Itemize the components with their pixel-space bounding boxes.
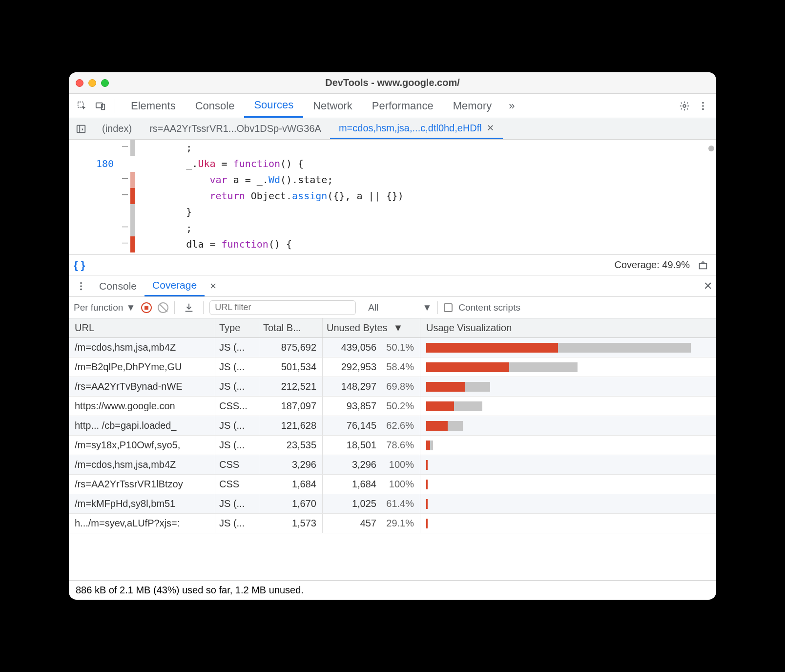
cell-type: JS (... [215, 416, 259, 435]
drawer-tab-coverage[interactable]: Coverage [145, 275, 205, 296]
file-tab[interactable]: (index) [93, 118, 141, 139]
table-row[interactable]: /rs=AA2YrTssrVR1lBtzoyCSS1,6841,684100% [69, 475, 716, 494]
coverage-summary: 886 kB of 2.1 MB (43%) used so far, 1.2 … [69, 580, 716, 600]
content-scripts-label: Content scripts [458, 302, 520, 313]
main-tab-sources[interactable]: Sources [244, 94, 303, 118]
device-toolbar-icon[interactable] [92, 98, 109, 114]
window-zoom-button[interactable] [101, 79, 109, 87]
close-icon[interactable]: ✕ [487, 123, 494, 133]
table-row[interactable]: h.../m=syev,aLUfP?xjs=:JS (...1,57345729… [69, 514, 716, 533]
coverage-granularity-dropdown[interactable]: Per function ▼ [74, 302, 135, 313]
cell-viz [420, 397, 716, 416]
type-filter-dropdown[interactable]: All ▼ [368, 302, 432, 313]
usage-bar [426, 480, 428, 489]
table-row[interactable]: /m=kMFpHd,sy8l,bm51JS (...1,6701,02561.4… [69, 494, 716, 514]
devtools-window: DevTools - www.google.com/ ElementsConso… [69, 72, 716, 600]
cell-type: JS (... [215, 514, 259, 533]
cell-url: /rs=AA2YrTssrVR1lBtzoy [69, 475, 215, 494]
table-row[interactable]: http... /cb=gapi.loaded_JS (...121,62876… [69, 416, 716, 436]
clear-icon[interactable] [158, 302, 168, 313]
content-scripts-checkbox[interactable] [444, 303, 453, 312]
sort-desc-icon: ▼ [393, 322, 403, 334]
cell-url: /m=sy18x,P10Owf,syo5, [69, 436, 215, 455]
cell-url: https://www.google.con [69, 397, 215, 416]
cell-viz [420, 338, 716, 357]
cell-unused: 45729.1% [323, 514, 420, 533]
cell-unused: 3,296100% [323, 455, 420, 474]
main-tab-performance[interactable]: Performance [362, 94, 443, 118]
usage-bar [426, 460, 428, 470]
cell-type: CSS [215, 455, 259, 474]
table-row[interactable]: /m=sy18x,P10Owf,syo5,JS (...23,53518,501… [69, 436, 716, 455]
source-editor[interactable]: 180 ; _.Uka = function() { var a = _.Wd(… [69, 140, 716, 255]
settings-icon[interactable] [676, 98, 693, 114]
svg-point-12 [80, 288, 82, 290]
show-coverage-icon[interactable] [695, 257, 711, 273]
pretty-print-icon[interactable]: { } [74, 259, 85, 272]
navigator-toggle-icon[interactable] [73, 121, 89, 137]
table-row[interactable]: /m=cdos,hsm,jsa,mb4ZCSS3,2963,296100% [69, 455, 716, 475]
drawer-tab-close-icon[interactable]: ✕ [209, 281, 217, 292]
coverage-summary-text: 886 kB of 2.1 MB (43%) used so far, 1.2 … [76, 585, 304, 596]
cell-unused: 93,85750.2% [323, 397, 420, 416]
cell-viz [420, 436, 716, 455]
table-row[interactable]: /m=B2qlPe,DhPYme,GUJS (...501,534292,953… [69, 357, 716, 377]
svg-point-5 [702, 105, 704, 107]
cell-type: JS (... [215, 357, 259, 377]
drawer-close-icon[interactable]: ✕ [703, 280, 712, 293]
cell-total: 212,521 [259, 377, 323, 396]
cell-unused: 1,684100% [323, 475, 420, 494]
col-unused[interactable]: Unused Bytes ▼ [323, 318, 420, 337]
cell-total: 1,684 [259, 475, 323, 494]
cell-type: CSS [215, 475, 259, 494]
table-row[interactable]: /rs=AA2YrTvBynad-nWEJS (...212,521148,29… [69, 377, 716, 397]
cell-url: h.../m=syev,aLUfP?xjs=: [69, 514, 215, 533]
cell-unused: 76,14562.6% [323, 416, 420, 435]
scrollbar-thumb[interactable] [708, 146, 714, 151]
svg-point-11 [80, 285, 82, 287]
main-tab-memory[interactable]: Memory [443, 94, 501, 118]
main-tab-network[interactable]: Network [303, 94, 362, 118]
url-filter-input[interactable] [209, 300, 356, 315]
svg-rect-9 [700, 263, 707, 269]
svg-point-3 [683, 105, 686, 107]
chevron-down-icon: ▼ [126, 302, 135, 313]
file-tabs: (index)rs=AA2YrTssrVR1...Obv1DSp-vWG36Am… [69, 118, 716, 140]
col-url[interactable]: URL [69, 318, 215, 337]
more-tabs-icon[interactable]: » [503, 98, 520, 114]
coverage-table: URL Type Total B... Unused Bytes ▼ Usage… [69, 318, 716, 580]
cell-total: 187,097 [259, 397, 323, 416]
cell-unused: 439,05650.1% [323, 338, 420, 357]
file-tab[interactable]: m=cdos,hsm,jsa,...c,dtl0hd,eHDfl✕ [330, 118, 503, 139]
cell-url: http... /cb=gapi.loaded_ [69, 416, 215, 435]
cell-unused: 292,95358.4% [323, 357, 420, 377]
cell-url: /rs=AA2YrTvBynad-nWE [69, 377, 215, 396]
cell-viz [420, 357, 716, 377]
col-viz[interactable]: Usage Visualization [420, 318, 716, 337]
table-row[interactable]: /m=cdos,hsm,jsa,mb4ZJS (...875,692439,05… [69, 338, 716, 357]
usage-bar [426, 343, 691, 353]
file-tab[interactable]: rs=AA2YrTssrVR1...Obv1DSp-vWG36A [141, 118, 330, 139]
stop-recording-icon[interactable] [141, 302, 152, 313]
export-icon[interactable] [181, 299, 197, 316]
kebab-menu-icon[interactable] [695, 98, 711, 114]
table-row[interactable]: https://www.google.conCSS...187,09793,85… [69, 397, 716, 416]
cell-unused: 148,29769.8% [323, 377, 420, 396]
window-close-button[interactable] [76, 79, 83, 87]
main-tab-elements[interactable]: Elements [121, 94, 186, 118]
svg-point-10 [80, 282, 82, 284]
cell-type: JS (... [215, 377, 259, 396]
svg-point-6 [702, 108, 704, 110]
col-type[interactable]: Type [215, 318, 259, 337]
window-minimize-button[interactable] [88, 79, 96, 87]
cell-url: /m=cdos,hsm,jsa,mb4Z [69, 338, 215, 357]
drawer-kebab-icon[interactable] [73, 278, 89, 294]
cell-viz [420, 455, 716, 474]
col-total[interactable]: Total B... [259, 318, 323, 337]
traffic-lights [76, 79, 109, 87]
drawer-tab-console[interactable]: Console [91, 275, 145, 296]
main-tab-console[interactable]: Console [186, 94, 245, 118]
inspect-icon[interactable] [74, 98, 90, 114]
usage-bar [426, 401, 482, 411]
usage-bar [426, 499, 428, 509]
